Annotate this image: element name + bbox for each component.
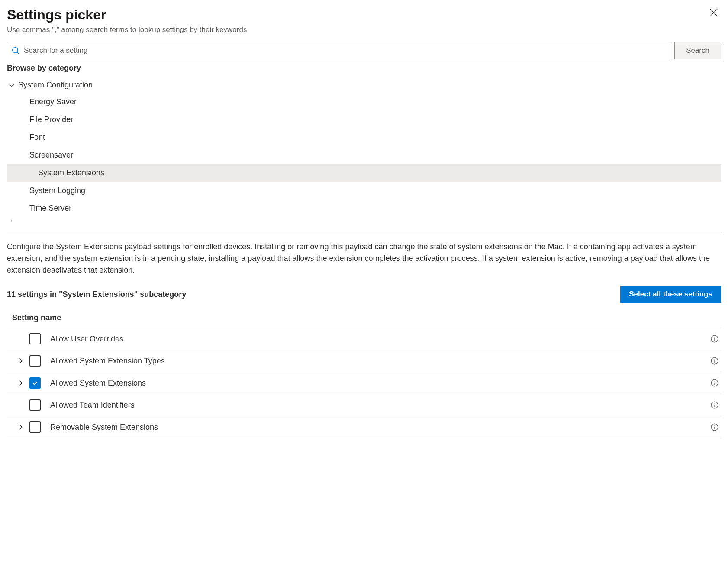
svg-point-17 <box>714 425 715 425</box>
setting-row: Allowed System Extensions <box>7 372 721 394</box>
chevron-down-icon <box>9 82 15 88</box>
expand-toggle[interactable] <box>12 380 29 386</box>
svg-line-3 <box>17 52 19 54</box>
table-column-header: Setting name <box>7 309 721 328</box>
expand-toggle[interactable] <box>12 358 29 364</box>
tree-item[interactable]: System Extensions <box>7 164 721 182</box>
tree-item[interactable]: Energy Saver <box>29 93 721 111</box>
setting-label: Allowed System Extensions <box>50 379 711 388</box>
chevron-right-icon <box>18 380 24 386</box>
tree-item-label: Screensaver <box>29 151 73 159</box>
category-description: Configure the System Extensions payload … <box>7 241 721 276</box>
close-icon[interactable] <box>706 7 721 18</box>
setting-row: Removable System Extensions <box>7 416 721 438</box>
setting-label: Allowed Team Identifiers <box>50 401 711 410</box>
info-icon[interactable] <box>711 401 718 409</box>
subcategory-count: 11 settings in "System Extensions" subca… <box>7 290 186 299</box>
chevron-right-icon <box>18 358 24 364</box>
chevron-right-icon <box>18 424 24 430</box>
tree-item[interactable]: Time Server <box>29 199 721 217</box>
page-subtitle: Use commas "," among search terms to loo… <box>7 26 247 34</box>
tree-item-label: File Provider <box>29 115 73 124</box>
svg-point-11 <box>714 381 715 381</box>
expand-toggle[interactable] <box>12 424 29 430</box>
info-icon[interactable] <box>711 423 718 431</box>
setting-row: Allowed Team Identifiers <box>7 394 721 416</box>
tree-item[interactable]: Font <box>29 129 721 146</box>
info-icon[interactable] <box>711 379 718 387</box>
tree-item[interactable]: Screensaver <box>29 146 721 164</box>
info-icon[interactable] <box>711 335 718 343</box>
tree-item-label: System Logging <box>29 186 85 195</box>
setting-checkbox[interactable] <box>29 399 41 411</box>
tree-item-label: System Extensions <box>38 168 104 177</box>
search-icon <box>12 47 19 55</box>
setting-label: Allowed System Extension Types <box>50 357 711 366</box>
svg-point-2 <box>13 48 18 53</box>
svg-point-14 <box>714 403 715 403</box>
tree-item[interactable]: System Logging <box>29 182 721 199</box>
tree-item[interactable]: File Provider <box>29 111 721 129</box>
tree-parent-system-configuration[interactable]: System Configuration <box>7 77 721 93</box>
svg-point-5 <box>714 337 715 337</box>
search-input[interactable] <box>24 46 665 55</box>
setting-row: Allow User Overrides <box>7 328 721 350</box>
tree-item-label: Energy Saver <box>29 97 77 106</box>
truncated-indicator: ` <box>10 220 721 228</box>
search-box[interactable] <box>7 42 670 59</box>
tree-parent-label: System Configuration <box>18 80 93 90</box>
select-all-button[interactable]: Select all these settings <box>620 286 721 303</box>
setting-checkbox[interactable] <box>29 333 41 344</box>
setting-label: Allow User Overrides <box>50 334 711 344</box>
info-icon[interactable] <box>711 357 718 365</box>
page-title: Settings picker <box>7 7 247 23</box>
setting-label: Removable System Extensions <box>50 423 711 432</box>
setting-checkbox[interactable] <box>29 377 41 389</box>
svg-point-8 <box>714 359 715 359</box>
tree-item-label: Time Server <box>29 204 71 212</box>
setting-checkbox[interactable] <box>29 355 41 367</box>
setting-row: Allowed System Extension Types <box>7 350 721 372</box>
search-button[interactable]: Search <box>674 42 721 59</box>
tree-item-label: Font <box>29 133 45 142</box>
browse-heading: Browse by category <box>7 64 721 73</box>
setting-checkbox[interactable] <box>29 421 41 433</box>
divider <box>7 234 721 234</box>
